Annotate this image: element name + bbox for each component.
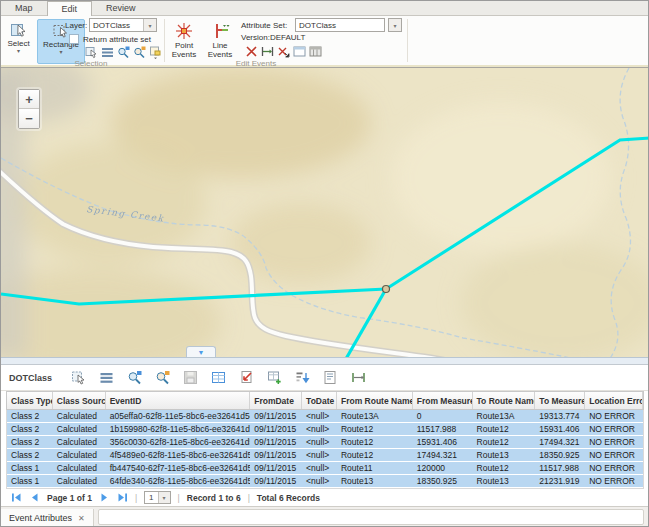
table-menu-icon[interactable]: [99, 370, 114, 385]
separator: |: [178, 493, 180, 503]
view-table-icon[interactable]: [211, 370, 226, 385]
group-separator: [407, 19, 408, 62]
table-cell: NO ERROR: [585, 436, 643, 448]
page-number-dropdown[interactable]: 1 ▾: [144, 491, 170, 504]
selection-list-icon[interactable]: [101, 46, 114, 59]
event-window-icon[interactable]: [293, 45, 306, 58]
table-row[interactable]: Class 2Calculated356c0030-62f8-11e5-8bc6…: [7, 436, 643, 448]
separator: |: [248, 493, 250, 503]
pan-to-selected-icon[interactable]: [155, 370, 170, 385]
open-attributes-icon[interactable]: [323, 370, 338, 385]
panel-splitter[interactable]: [1, 357, 648, 365]
table-cell: NO ERROR: [585, 449, 643, 461]
event-editor-window: Map Edit Review Select ▾ Rectangle ▾ Lay…: [0, 0, 649, 527]
chevron-down-icon[interactable]: ▾: [38, 49, 84, 55]
column-header[interactable]: EventID: [106, 392, 251, 409]
select-features-icon[interactable]: [85, 46, 98, 59]
chevron-down-icon[interactable]: ▾: [3, 48, 34, 54]
append-records-icon[interactable]: [267, 370, 282, 385]
column-header[interactable]: From Measure: [413, 392, 473, 409]
tab-map[interactable]: Map: [1, 1, 47, 15]
zoom-in-button[interactable]: +: [19, 90, 39, 109]
attribute-set-dropdown[interactable]: DOTClass: [295, 18, 385, 32]
table-cell: 17494.321: [535, 436, 585, 448]
zoom-out-button[interactable]: −: [19, 109, 39, 128]
zoom-to-selected-icon[interactable]: [127, 370, 142, 385]
line-events-label: Line Events: [205, 41, 235, 59]
ribbon-tab-strip: Map Edit Review: [1, 1, 648, 16]
table-cell: 64fde340-62f8-11e5-8bc6-ee32641d5ec9: [106, 475, 251, 487]
table-cell: NO ERROR: [585, 462, 643, 474]
select-records-icon[interactable]: [71, 370, 86, 385]
tab-review[interactable]: Review: [92, 1, 150, 15]
table-cell: <null>: [302, 449, 337, 461]
table-cell: <null>: [302, 423, 337, 435]
table-cell: 17494.321: [413, 449, 473, 461]
record-range-status: Record 1 to 6: [187, 493, 241, 503]
table-cell: Class 2: [7, 449, 53, 461]
line-events-button[interactable]: Line Events: [203, 19, 237, 64]
dropdown-arrow-icon[interactable]: ▾: [143, 19, 156, 31]
table-cell: <null>: [302, 475, 337, 487]
split-event-icon[interactable]: [245, 45, 258, 58]
table-row[interactable]: Class 2Calculated1b159980-62f8-11e5-8bc6…: [7, 423, 643, 435]
table-cell: Calculated: [53, 475, 106, 487]
snap-event-icon[interactable]: [277, 45, 290, 58]
collapse-panel-button[interactable]: ▼: [186, 346, 216, 357]
layer-dropdown[interactable]: DOTClass ▾: [89, 18, 157, 32]
column-header[interactable]: Class Source: [53, 392, 106, 409]
next-page-button[interactable]: [99, 492, 110, 503]
column-header[interactable]: ToDate: [302, 392, 337, 409]
sort-records-icon[interactable]: [295, 370, 310, 385]
select-tool-button[interactable]: Select ▾: [3, 19, 34, 64]
table-title: DOTClass: [9, 373, 52, 383]
table-cell: 15931.406: [413, 436, 473, 448]
tab-edit[interactable]: Edit: [47, 1, 93, 16]
table-row[interactable]: Class 2Calculateda05effa0-62f8-11e5-8bc6…: [7, 410, 643, 422]
column-header[interactable]: FromDate: [250, 392, 302, 409]
measure-range-icon[interactable]: [261, 45, 274, 58]
previous-page-button[interactable]: [29, 492, 40, 503]
table-cell: 09/11/2015: [250, 462, 302, 474]
table-cell: <null>: [302, 410, 337, 422]
table-body: Class 2Calculateda05effa0-62f8-11e5-8bc6…: [6, 410, 644, 489]
select-button-label: Select: [3, 39, 34, 48]
table-row[interactable]: Class 2Calculated4f5489e0-62f8-11e5-8bc6…: [7, 449, 643, 461]
table-cell: Calculated: [53, 462, 106, 474]
layer-label: Layer:: [65, 21, 87, 30]
table-cell: 11517.988: [413, 423, 473, 435]
close-icon[interactable]: ✕: [78, 514, 85, 523]
last-page-button[interactable]: [117, 492, 128, 503]
column-header[interactable]: To Route Name: [473, 392, 536, 409]
table-cell: Route13A: [337, 410, 413, 422]
table-row[interactable]: Class 1Calculated64fde340-62f8-11e5-8bc6…: [7, 475, 643, 487]
tab-event-attributes[interactable]: Event Attributes ✕: [1, 509, 94, 527]
point-events-button[interactable]: Point Events: [167, 19, 201, 64]
table-cell: <null>: [302, 436, 337, 448]
route-junction-marker[interactable]: [383, 286, 390, 293]
dropdown-arrow-icon[interactable]: ▾: [158, 492, 170, 503]
point-events-label: Point Events: [169, 41, 199, 59]
table-cell: NO ERROR: [585, 423, 643, 435]
table-row[interactable]: Class 1Calculatedfb447540-62f7-11e5-8bc6…: [7, 462, 643, 474]
column-header[interactable]: From Route Name: [337, 392, 413, 409]
return-attribute-set-checkbox[interactable]: [69, 34, 79, 44]
clear-selection-icon[interactable]: [149, 46, 162, 59]
attribute-set-dropdown-arrow[interactable]: ▾: [388, 18, 402, 32]
save-icon[interactable]: [183, 370, 198, 385]
zoom-to-selection-icon[interactable]: [117, 46, 130, 59]
event-table-window-icon[interactable]: [309, 45, 322, 58]
first-page-button[interactable]: [11, 492, 22, 503]
table-cell: 15931.406: [535, 423, 585, 435]
measure-extent-icon[interactable]: [351, 370, 366, 385]
column-header[interactable]: To Measure: [535, 392, 585, 409]
table-cell: Class 1: [7, 475, 53, 487]
table-cell: 4f5489e0-62f8-11e5-8bc6-ee32641d5ec9: [106, 449, 251, 461]
table-cell: <null>: [302, 462, 337, 474]
column-header[interactable]: Location Error: [585, 392, 643, 409]
column-header[interactable]: Class Type: [7, 392, 53, 409]
go-to-location-icon[interactable]: [239, 370, 254, 385]
map-view[interactable]: Spring Creek + − ▼: [1, 67, 648, 357]
pan-to-selection-icon[interactable]: [133, 46, 146, 59]
table-cell: 09/11/2015: [250, 423, 302, 435]
